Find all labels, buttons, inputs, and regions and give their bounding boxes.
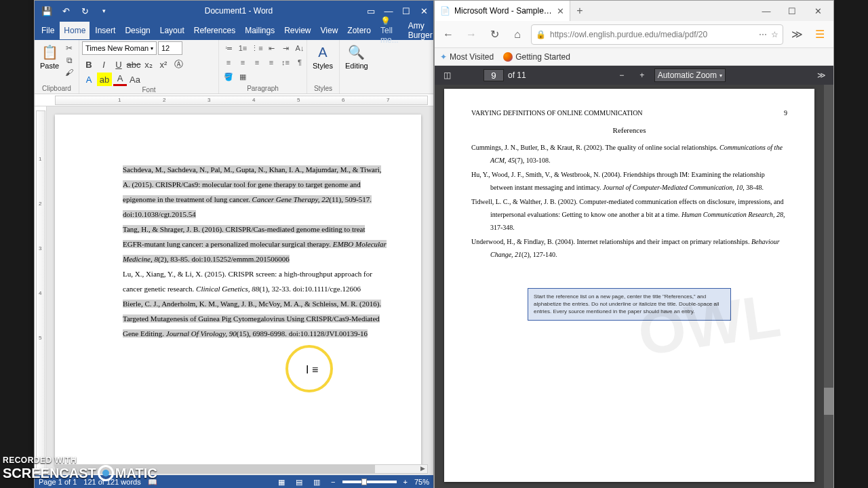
font-size-combo[interactable]: 12 [158, 41, 182, 55]
tab-mailings[interactable]: Mailings [241, 22, 279, 39]
url-bar[interactable]: 🔒 https://owl.english.purdue.edu/media/p… [531, 24, 783, 45]
close-icon[interactable]: ✕ [418, 5, 429, 16]
italic-button[interactable]: I [97, 58, 111, 71]
subscript-button[interactable]: x₂ [142, 58, 155, 71]
align-center-icon[interactable]: ≡ [236, 56, 250, 69]
clear-format-icon[interactable]: Ⓐ [172, 58, 185, 71]
tell-me[interactable]: 💡 Tell me... [376, 12, 403, 49]
menu-icon[interactable]: ☰ [810, 25, 829, 44]
bookmark-most-visited[interactable]: ✦Most Visited [440, 52, 494, 62]
zoom-slider[interactable] [342, 481, 397, 483]
borders-icon[interactable]: ▦ [236, 70, 250, 83]
web-layout-icon[interactable]: ▥ [309, 476, 324, 487]
print-layout-icon[interactable]: ▤ [292, 476, 307, 487]
copy-icon[interactable]: ⧉ [63, 55, 75, 66]
maximize-icon[interactable]: ☐ [782, 3, 802, 19]
strikethrough-button[interactable]: abc [127, 58, 140, 71]
increase-indent-icon[interactable]: ⇥ [279, 41, 292, 55]
document-text[interactable]: Sachdeva, M., Sachdeva, N., Pal, M., Gup… [123, 162, 387, 341]
tab-close-icon[interactable]: ✕ [557, 6, 564, 16]
word-titlebar: 💾 ↶ ↻ ▾ Document1 - Word ▭ — ☐ ✕ [35, 1, 433, 21]
bullets-icon[interactable]: ≔ [222, 41, 235, 55]
tab-home[interactable]: Home [60, 22, 90, 39]
text-effects-icon[interactable]: A [82, 73, 96, 86]
highlight-icon[interactable]: ab [97, 73, 112, 86]
zoom-out-button[interactable]: − [614, 68, 630, 83]
decrease-indent-icon[interactable]: ⇤ [264, 41, 278, 55]
change-case-icon[interactable]: Aa [128, 73, 142, 86]
numbering-icon[interactable]: 1≡ [236, 41, 250, 55]
show-marks-icon[interactable]: ¶ [293, 56, 307, 69]
undo-icon[interactable]: ↶ [60, 5, 71, 16]
editing-button[interactable]: 🔍Editing [342, 41, 371, 71]
references-title: References [471, 126, 787, 134]
paste-button[interactable]: 📋Paste [37, 41, 62, 71]
minimize-icon[interactable]: — [756, 3, 776, 19]
tab-file[interactable]: File [37, 22, 58, 39]
tools-icon[interactable]: ≫ [813, 68, 829, 83]
group-editing: 🔍Editing [340, 40, 374, 94]
user-name[interactable]: Amy Burger [404, 18, 437, 43]
superscript-button[interactable]: x² [157, 58, 170, 71]
redo-icon[interactable]: ↻ [79, 5, 90, 16]
save-icon[interactable]: 💾 [41, 5, 52, 16]
browser-tab[interactable]: 📄 Microsoft Word - Sample_APA_11... ✕ [435, 1, 570, 21]
reader-mode-icon[interactable]: ⋯ [759, 30, 767, 39]
ref-journal: Journal Of Virology, 90 [166, 329, 237, 338]
sort-icon[interactable]: A↓ [293, 41, 307, 55]
scrollbar-thumb[interactable] [824, 388, 833, 415]
zoom-level[interactable]: 75% [414, 478, 429, 486]
tab-layout[interactable]: Layout [156, 22, 189, 39]
tab-insert[interactable]: Insert [91, 22, 119, 39]
ruler-mark: 3 [208, 97, 210, 103]
home-button[interactable]: ⌂ [508, 25, 527, 44]
new-tab-button[interactable]: + [570, 5, 589, 17]
tab-review[interactable]: Review [280, 22, 315, 39]
line-spacing-icon[interactable]: ↕≡ [279, 56, 292, 69]
recorder-watermark: RECORDED WITH SCREENCASTMATIC [3, 455, 157, 481]
zoom-handle[interactable] [361, 479, 367, 485]
horizontal-ruler[interactable]: 1 2 3 4 5 6 7 [35, 94, 433, 106]
styles-button[interactable]: AStyles [310, 41, 336, 71]
cut-icon[interactable]: ✂ [63, 43, 75, 54]
vertical-scrollbar[interactable] [824, 85, 833, 488]
close-icon[interactable]: ✕ [808, 3, 828, 19]
tab-view[interactable]: View [317, 22, 342, 39]
ruler-mark: 6 [342, 97, 344, 103]
tab-references[interactable]: References [190, 22, 239, 39]
recorder-brand-a: SCREENCAST [3, 466, 96, 481]
bookmark-getting-started[interactable]: Getting Started [503, 52, 570, 62]
font-name-combo[interactable]: Times New Roman▾ [82, 41, 157, 55]
zoom-in-button[interactable]: + [634, 68, 650, 83]
read-mode-icon[interactable]: ▦ [274, 476, 289, 487]
zoom-out-icon[interactable]: − [331, 478, 335, 486]
align-right-icon[interactable]: ≡ [250, 56, 264, 69]
justify-icon[interactable]: ≡ [264, 56, 278, 69]
page-number-input[interactable] [484, 69, 504, 81]
qat-dropdown-icon[interactable]: ▾ [98, 5, 109, 16]
reload-button[interactable]: ↻ [485, 25, 504, 44]
scroll-right-icon[interactable]: ▶ [418, 465, 427, 473]
shading-icon[interactable]: 🪣 [222, 70, 235, 83]
document-page[interactable]: Sachdeva, M., Sachdeva, N., Pal, M., Gup… [55, 115, 421, 467]
font-color-icon[interactable]: A [113, 73, 127, 86]
overflow-icon[interactable]: ≫ [787, 25, 806, 44]
zoom-select[interactable]: Automatic Zoom▾ [654, 68, 726, 82]
align-left-icon[interactable]: ≡ [222, 56, 235, 69]
format-painter-icon[interactable]: 🖌 [63, 67, 75, 78]
multilevel-icon[interactable]: ⋮≡ [250, 41, 264, 55]
ribbon-options-icon[interactable]: ▭ [366, 5, 376, 16]
underline-button[interactable]: U [112, 58, 125, 71]
chevron-down-icon: ▾ [719, 73, 722, 79]
bookmark-star-icon[interactable]: ☆ [771, 30, 778, 39]
bold-button[interactable]: B [82, 58, 96, 71]
tab-zotero[interactable]: Zotero [343, 22, 375, 39]
vertical-ruler[interactable]: 1 2 3 4 5 [35, 106, 47, 475]
pdf-page[interactable]: VARYING DEFINITIONS OF ONLINE COMMUNICAT… [444, 89, 814, 482]
ref-text: (2), 83-85. doi:10.15252/emmm.201506006 [158, 255, 290, 263]
zoom-in-icon[interactable]: + [403, 478, 408, 486]
sidebar-toggle-icon[interactable]: ◫ [439, 68, 455, 83]
tab-design[interactable]: Design [121, 22, 154, 39]
back-button[interactable]: ← [439, 25, 458, 44]
forward-button[interactable]: → [462, 25, 481, 44]
